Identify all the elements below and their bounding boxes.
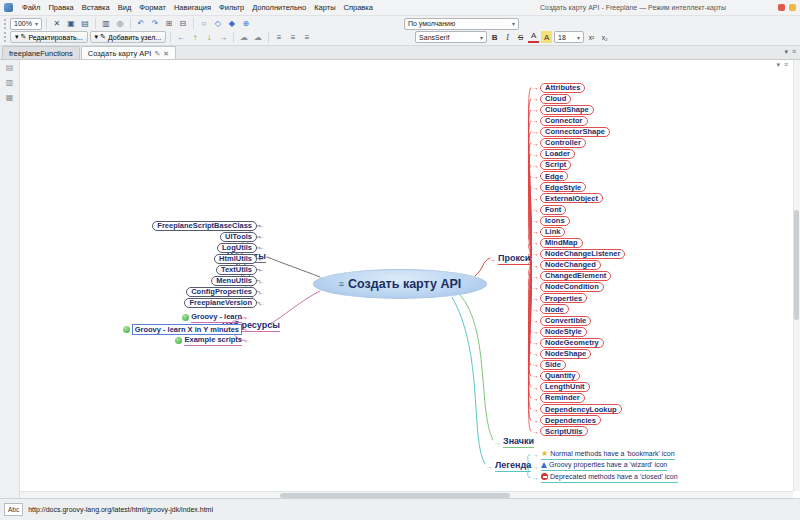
move-node-left-icon[interactable]: ← bbox=[175, 31, 187, 43]
close-window-icon[interactable] bbox=[778, 4, 785, 11]
proxy-child-node[interactable]: → NodeChangeListener bbox=[532, 248, 625, 259]
menu-item[interactable]: Карты bbox=[310, 2, 339, 13]
proxy-child-node[interactable]: → NodeChanged bbox=[532, 260, 625, 271]
proxy-child-node[interactable]: → Edge bbox=[532, 171, 625, 182]
proxy-child-node[interactable]: → Quantity bbox=[532, 370, 625, 381]
proxy-child-node[interactable]: → Convertible bbox=[532, 315, 625, 326]
legend-item[interactable]: → Deprecated methods have a 'closed' ico… bbox=[532, 472, 678, 484]
move-node-up-icon[interactable]: ↑ bbox=[189, 31, 201, 43]
node-icons-branch[interactable]: → Значки bbox=[494, 436, 534, 448]
proxy-child-node[interactable]: → Cloud bbox=[532, 93, 625, 104]
web-child-node[interactable]: Groovy - learn ← bbox=[182, 312, 251, 324]
utils-child-node[interactable]: TextUtils ← bbox=[216, 264, 265, 275]
proxy-child-node[interactable]: → Controller bbox=[532, 137, 625, 148]
bold-button[interactable]: B bbox=[489, 31, 500, 43]
strikethrough-button[interactable]: S bbox=[515, 31, 526, 43]
menu-item[interactable]: Файл bbox=[18, 2, 44, 13]
proxy-child-node[interactable]: → Attributes bbox=[532, 82, 625, 93]
web-child-node[interactable]: Groovy - learn X in Y minutes ← bbox=[123, 324, 251, 336]
map-canvas[interactable]: ▾ ≡ ≡ Создать карту API → Прокси → Attri… bbox=[20, 60, 800, 498]
icons-toolbar-item[interactable]: ▤ bbox=[6, 64, 14, 72]
menu-item[interactable]: Навигация bbox=[170, 2, 215, 13]
align-center-icon[interactable]: ≡ bbox=[287, 31, 299, 43]
utils-child-node[interactable]: FreeplaneVersion ← bbox=[184, 298, 265, 309]
connector-diamond-icon[interactable]: ◇ bbox=[212, 18, 224, 30]
connector-circle-icon[interactable]: ○ bbox=[198, 18, 210, 30]
utils-child-node[interactable]: UITools ← bbox=[220, 231, 265, 242]
cloud-add-icon[interactable]: ☁ bbox=[238, 31, 250, 43]
node-legend[interactable]: → Легенда bbox=[486, 460, 531, 472]
panel-menu-icon[interactable]: ≡ bbox=[784, 61, 788, 69]
icons-toolbar-item[interactable]: ▥ bbox=[6, 79, 14, 87]
toolbar-drag-handle[interactable] bbox=[4, 19, 8, 29]
minimize-window-icon[interactable] bbox=[789, 4, 796, 11]
proxy-child-node[interactable]: → CloudShape bbox=[532, 104, 625, 115]
proxy-child-node[interactable]: → Script bbox=[532, 160, 625, 171]
cut-icon[interactable]: ✕ bbox=[51, 18, 63, 30]
proxy-child-node[interactable]: → LengthUnit bbox=[532, 382, 625, 393]
proxy-child-node[interactable]: → Font bbox=[532, 204, 625, 215]
proxy-child-node[interactable]: → Link bbox=[532, 226, 625, 237]
tab-create-api-map[interactable]: Создать карту API ✎ ✕ bbox=[81, 46, 176, 59]
menu-item[interactable]: Фильтр bbox=[215, 2, 248, 13]
subscript-button[interactable]: x₂ bbox=[599, 31, 610, 43]
find-icon[interactable]: ◎ bbox=[114, 18, 126, 30]
vertical-scrollbar[interactable] bbox=[793, 60, 800, 491]
font-color-button[interactable]: A bbox=[528, 32, 539, 43]
proxy-child-node[interactable]: → NodeStyle bbox=[532, 326, 625, 337]
add-node-button[interactable]: ▾ ✎ Добавить узел... bbox=[90, 31, 166, 43]
icons-toolbar-item[interactable]: ▦ bbox=[6, 94, 14, 102]
proxy-child-node[interactable]: → ExternalObject bbox=[532, 193, 625, 204]
proxy-child-node[interactable]: → Properties bbox=[532, 293, 625, 304]
proxy-child-node[interactable]: → EdgeStyle bbox=[532, 182, 625, 193]
align-right-icon[interactable]: ≡ bbox=[301, 31, 313, 43]
zoom-combo[interactable]: 100% ▾ bbox=[10, 18, 42, 30]
scrollbar-thumb[interactable] bbox=[794, 210, 799, 320]
utils-child-node[interactable]: FreeplaneScriptBaseClass ← bbox=[152, 220, 265, 231]
move-node-right-icon[interactable]: → bbox=[217, 31, 229, 43]
horizontal-scrollbar[interactable] bbox=[20, 491, 793, 498]
cloud-remove-icon[interactable]: ☁ bbox=[252, 31, 264, 43]
legend-item[interactable]: → ★ Normal methods have a 'bookmark' ico… bbox=[532, 449, 678, 461]
scrollbar-thumb[interactable] bbox=[280, 493, 510, 498]
proxy-child-node[interactable]: → Connector bbox=[532, 115, 625, 126]
menu-item[interactable]: Вставка bbox=[78, 2, 114, 13]
paste-icon[interactable]: ▤ bbox=[79, 18, 91, 30]
web-child-node[interactable]: Example scripts ← bbox=[175, 335, 251, 347]
proxy-child-node[interactable]: → Node bbox=[532, 304, 625, 315]
proxy-child-node[interactable]: → MindMap bbox=[532, 237, 625, 248]
legend-item[interactable]: → Groovy properties have a 'wizard' icon bbox=[532, 461, 678, 473]
proxy-child-node[interactable]: → NodeShape bbox=[532, 348, 625, 359]
menu-item[interactable]: Правка bbox=[44, 2, 77, 13]
tab-close-icon[interactable]: ✕ bbox=[163, 50, 169, 57]
menu-item[interactable]: Вид bbox=[114, 2, 136, 13]
font-family-combo[interactable]: SansSerif ▾ bbox=[415, 31, 487, 43]
utils-child-node[interactable]: MenuUtils ← bbox=[211, 275, 265, 286]
align-left-icon[interactable]: ≡ bbox=[273, 31, 285, 43]
panel-collapse-icon[interactable]: ▾ bbox=[776, 61, 780, 69]
proxy-child-node[interactable]: → DependencyLookup bbox=[532, 404, 625, 415]
superscript-button[interactable]: x² bbox=[586, 31, 597, 43]
print-icon[interactable]: ▥ bbox=[100, 18, 112, 30]
link-icon[interactable]: ⊕ bbox=[240, 18, 252, 30]
italic-button[interactable]: I bbox=[502, 31, 513, 43]
proxy-child-node[interactable]: → ConnectorShape bbox=[532, 126, 625, 137]
node-proxy[interactable]: → Прокси bbox=[489, 253, 530, 265]
tab-freeplanefunctions[interactable]: freeplaneFunctions bbox=[2, 46, 80, 59]
root-node[interactable]: ≡ Создать карту API bbox=[313, 269, 487, 299]
unfold-icon[interactable]: ⊞ bbox=[163, 18, 175, 30]
proxy-child-node[interactable]: → Reminder bbox=[532, 393, 625, 404]
edit-node-button[interactable]: ▾ ✎ Редактировать... bbox=[10, 31, 88, 43]
style-combo[interactable]: По умолчанию ▾ bbox=[404, 18, 519, 30]
proxy-child-node[interactable]: → Icons bbox=[532, 215, 625, 226]
status-link[interactable]: http://docs.groovy-lang.org/latest/html/… bbox=[28, 506, 213, 513]
redo-icon[interactable]: ↷ bbox=[149, 18, 161, 30]
menu-item[interactable]: Дополнительно bbox=[248, 2, 310, 13]
spellcheck-icon[interactable]: Abc bbox=[4, 503, 23, 516]
connector-diamond-filled-icon[interactable]: ◆ bbox=[226, 18, 238, 30]
proxy-child-node[interactable]: → Side bbox=[532, 359, 625, 370]
utils-child-node[interactable]: HtmlUtils ← bbox=[214, 253, 265, 264]
move-node-down-icon[interactable]: ↓ bbox=[203, 31, 215, 43]
menu-item[interactable]: Справка bbox=[340, 2, 377, 13]
utils-child-node[interactable]: LogUtils ← bbox=[217, 242, 265, 253]
